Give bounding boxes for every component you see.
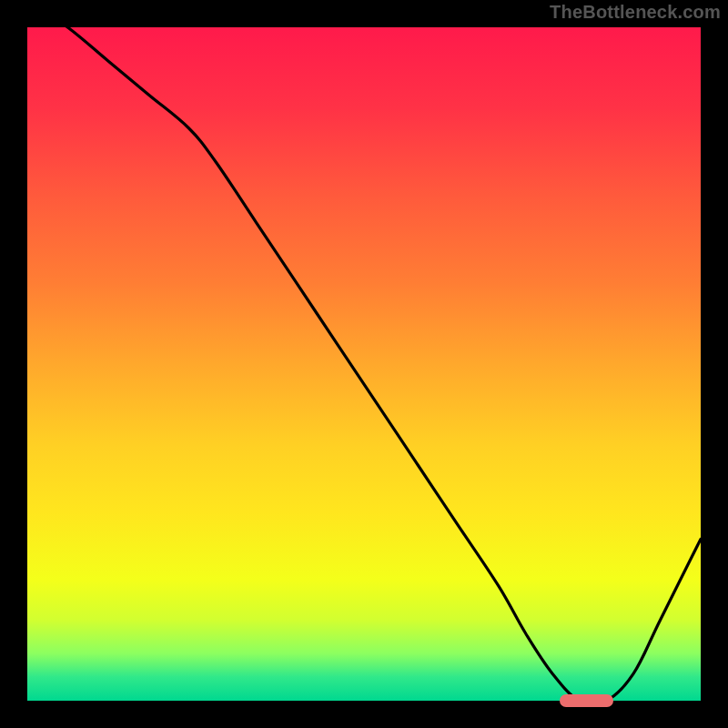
watermark-text: TheBottleneck.com (550, 2, 721, 23)
chart-marker (560, 694, 613, 707)
chart-frame (27, 27, 701, 701)
chart-curve (27, 27, 701, 701)
